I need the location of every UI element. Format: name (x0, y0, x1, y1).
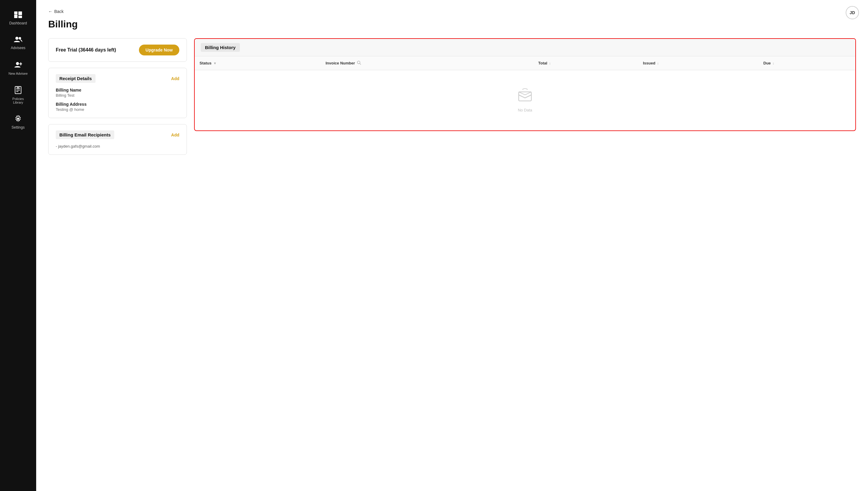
due-sort-icon[interactable]: ↕ (773, 61, 774, 65)
svg-point-5 (19, 37, 21, 39)
col-invoice-label: Invoice Number (326, 61, 355, 65)
billing-history-card: Billing History Status ▼ Invoice (194, 38, 856, 131)
billing-history-title: Billing History (201, 43, 240, 52)
sidebar-item-policies-library[interactable]: PoliciesLibrary (0, 81, 36, 110)
sidebar-label-dashboard: Dashboard (9, 21, 27, 25)
col-due: Due ↕ (759, 56, 855, 70)
col-invoice-number: Invoice Number (321, 56, 533, 70)
billing-email-value: - jayden.gafs@gmail.com (56, 144, 179, 148)
col-issued-label: Issued (643, 61, 655, 65)
svg-point-6 (16, 62, 19, 65)
svg-rect-16 (519, 92, 531, 101)
page-title: Billing (48, 19, 856, 30)
receipt-details-header: Receipt Details Add (56, 74, 179, 83)
col-total: Total ↕ (533, 56, 638, 70)
sidebar-item-settings[interactable]: Settings (0, 110, 36, 135)
policies-library-icon (15, 86, 21, 95)
svg-rect-1 (14, 11, 18, 14)
col-status-label: Status (199, 61, 212, 65)
col-status: Status ▼ (195, 56, 321, 70)
svg-point-4 (16, 37, 18, 40)
invoice-search-icon[interactable] (357, 61, 361, 66)
col-due-label: Due (763, 61, 771, 65)
billing-email-title: Billing Email Recipients (56, 131, 114, 139)
receipt-details-card: Receipt Details Add Billing Name Billing… (48, 68, 187, 118)
billing-history-header: Billing History (195, 39, 855, 56)
sidebar-item-dashboard[interactable]: Dashboard (0, 6, 36, 31)
back-link-text: Back (54, 9, 64, 14)
billing-table: Status ▼ Invoice Number (195, 56, 855, 131)
col-total-label: Total (538, 61, 547, 65)
billing-name-label: Billing Name (56, 88, 179, 92)
sidebar-label-new-advisee: New Advisee (8, 72, 28, 75)
receipt-details-title: Receipt Details (56, 74, 95, 83)
dashboard-icon (14, 11, 22, 19)
billing-email-add-button[interactable]: Add (171, 133, 179, 137)
billing-name-value: Billing Test (56, 93, 179, 97)
sidebar-label-settings: Settings (11, 125, 24, 129)
main-content: JD ← Back Billing Free Trial (36446 days… (36, 0, 868, 491)
advisees-icon (14, 36, 22, 44)
svg-rect-2 (18, 11, 22, 15)
upgrade-now-button[interactable]: Upgrade Now (139, 45, 179, 55)
no-data-container: No Data (195, 70, 855, 131)
receipt-details-add-button[interactable]: Add (171, 76, 179, 81)
content-grid: Free Trial (36446 days left) Upgrade Now… (48, 38, 856, 155)
billing-email-card: Billing Email Recipients Add - jayden.ga… (48, 124, 187, 155)
billing-address-value: Testing @ home (56, 107, 179, 112)
new-advisee-icon (14, 61, 22, 70)
sidebar-item-new-advisee[interactable]: New Advisee (0, 55, 36, 81)
trial-card: Free Trial (36446 days left) Upgrade Now (48, 38, 187, 62)
svg-line-15 (360, 63, 361, 65)
col-issued: Issued ↕ (638, 56, 759, 70)
svg-rect-3 (18, 16, 22, 18)
billing-email-header: Billing Email Recipients Add (56, 131, 179, 139)
no-data-text: No Data (518, 108, 532, 112)
sidebar-item-advisees[interactable]: Advisees (0, 31, 36, 55)
total-sort-icon[interactable]: ↕ (549, 61, 551, 65)
left-column: Free Trial (36446 days left) Upgrade Now… (48, 38, 187, 155)
back-arrow-icon: ← (48, 9, 52, 14)
billing-address-label: Billing Address (56, 102, 179, 107)
settings-icon (15, 115, 22, 123)
trial-text: Free Trial (36446 days left) (56, 47, 116, 53)
sidebar-label-advisees: Advisees (11, 46, 26, 50)
no-data-icon (517, 88, 533, 104)
sidebar: Dashboard Advisees New Advisee (0, 0, 36, 491)
sidebar-label-policies: PoliciesLibrary (12, 97, 24, 104)
back-link[interactable]: ← Back (48, 9, 856, 14)
svg-point-13 (17, 118, 19, 120)
avatar[interactable]: JD (846, 6, 859, 19)
status-filter-icon[interactable]: ▼ (214, 61, 217, 65)
svg-rect-0 (14, 15, 18, 18)
issued-sort-icon[interactable]: ↕ (657, 61, 659, 65)
